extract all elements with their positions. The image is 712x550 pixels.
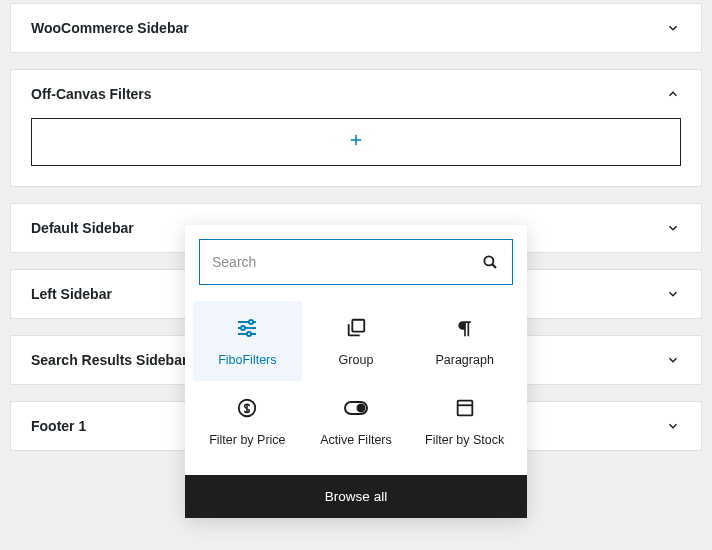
- box-icon: [452, 395, 478, 421]
- svg-point-7: [241, 326, 245, 330]
- svg-point-13: [357, 405, 364, 412]
- svg-point-5: [249, 320, 253, 324]
- search-wrap: [185, 225, 527, 299]
- panel-title: WooCommerce Sidebar: [31, 20, 189, 36]
- search-box[interactable]: [199, 239, 513, 285]
- block-active-filters[interactable]: Active Filters: [302, 381, 411, 461]
- block-label: Active Filters: [320, 433, 392, 447]
- chevron-down-icon: [665, 220, 681, 236]
- panel-title: Default Sidebar: [31, 220, 134, 236]
- search-icon: [480, 252, 500, 272]
- block-inserter-popover: FiboFilters Group Paragraph: [185, 225, 527, 518]
- toggle-icon: [343, 395, 369, 421]
- panel-title: Search Results Sidebar: [31, 352, 187, 368]
- filters-icon: [234, 315, 260, 341]
- block-label: FiboFilters: [218, 353, 276, 367]
- block-group[interactable]: Group: [302, 301, 411, 381]
- block-label: Paragraph: [435, 353, 493, 367]
- svg-rect-10: [352, 320, 364, 332]
- svg-point-2: [484, 256, 493, 265]
- paragraph-icon: [452, 315, 478, 341]
- chevron-down-icon: [665, 20, 681, 36]
- block-filter-by-price[interactable]: Filter by Price: [193, 381, 302, 461]
- panel-header[interactable]: WooCommerce Sidebar: [11, 4, 701, 52]
- panel-title: Off-Canvas Filters: [31, 86, 152, 102]
- panel-header[interactable]: Off-Canvas Filters: [11, 70, 701, 118]
- block-label: Filter by Stock: [425, 433, 504, 447]
- panel-woocommerce-sidebar: WooCommerce Sidebar: [10, 3, 702, 53]
- panel-title: Left Sidebar: [31, 286, 112, 302]
- chevron-down-icon: [665, 418, 681, 434]
- svg-line-3: [492, 264, 496, 268]
- block-label: Filter by Price: [209, 433, 285, 447]
- browse-all-button[interactable]: Browse all: [185, 475, 527, 518]
- chevron-down-icon: [665, 352, 681, 368]
- group-icon: [343, 315, 369, 341]
- panel-off-canvas-filters: Off-Canvas Filters: [10, 69, 702, 187]
- chevron-down-icon: [665, 286, 681, 302]
- block-paragraph[interactable]: Paragraph: [410, 301, 519, 381]
- panel-title: Footer 1: [31, 418, 86, 434]
- block-fibofilters[interactable]: FiboFilters: [193, 301, 302, 381]
- panel-body: [11, 118, 701, 186]
- block-label: Group: [339, 353, 374, 367]
- chevron-up-icon: [665, 86, 681, 102]
- svg-rect-14: [457, 401, 472, 416]
- search-input[interactable]: [212, 254, 480, 270]
- svg-point-9: [247, 332, 251, 336]
- block-filter-by-stock[interactable]: Filter by Stock: [410, 381, 519, 461]
- add-block-button[interactable]: [31, 118, 681, 166]
- currency-icon: [234, 395, 260, 421]
- plus-icon: [347, 131, 365, 154]
- block-grid: FiboFilters Group Paragraph: [185, 299, 527, 475]
